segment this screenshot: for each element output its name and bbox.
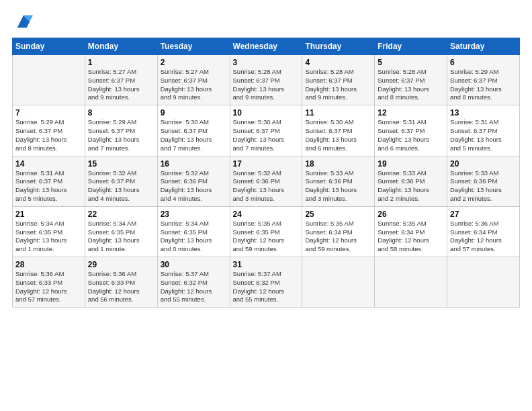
day-cell: 15Sunrise: 5:32 AMSunset: 6:37 PMDayligh… [85,156,157,206]
week-row-2: 7Sunrise: 5:29 AMSunset: 6:37 PMDaylight… [13,105,520,156]
day-number: 21 [15,210,82,219]
day-number: 4 [305,58,371,67]
day-detail: Sunrise: 5:32 AMSunset: 6:37 PMDaylight:… [88,169,154,203]
day-cell: 17Sunrise: 5:32 AMSunset: 6:36 PMDayligh… [230,156,302,206]
day-detail: Sunrise: 5:34 AMSunset: 6:35 PMDaylight:… [88,220,154,254]
day-cell: 28Sunrise: 5:36 AMSunset: 6:33 PMDayligh… [13,257,85,308]
day-cell: 27Sunrise: 5:36 AMSunset: 6:34 PMDayligh… [447,206,520,257]
header [12,12,520,31]
header-cell-thursday: Thursday [302,38,375,55]
calendar-table: SundayMondayTuesdayWednesdayThursdayFrid… [12,38,520,308]
day-number: 3 [233,58,300,67]
day-number: 28 [15,260,82,269]
day-number: 2 [161,58,227,67]
day-number: 23 [161,210,227,219]
day-number: 14 [15,159,82,169]
day-number: 7 [15,108,82,118]
header-cell-sunday: Sunday [13,38,85,55]
header-cell-tuesday: Tuesday [157,38,230,55]
day-detail: Sunrise: 5:36 AMSunset: 6:33 PMDaylight:… [88,270,154,304]
day-cell: 26Sunrise: 5:35 AMSunset: 6:34 PMDayligh… [375,206,447,257]
day-number: 24 [233,210,300,219]
day-detail: Sunrise: 5:37 AMSunset: 6:32 PMDaylight:… [233,270,300,304]
day-number: 26 [378,210,444,219]
day-number: 29 [88,260,154,269]
day-cell: 13Sunrise: 5:31 AMSunset: 6:37 PMDayligh… [447,105,520,156]
day-number: 1 [88,58,154,67]
day-cell: 25Sunrise: 5:35 AMSunset: 6:34 PMDayligh… [302,206,375,257]
day-number: 15 [88,159,154,169]
day-detail: Sunrise: 5:30 AMSunset: 6:37 PMDaylight:… [161,118,227,152]
day-detail: Sunrise: 5:28 AMSunset: 6:37 PMDaylight:… [233,68,300,102]
day-detail: Sunrise: 5:36 AMSunset: 6:33 PMDaylight:… [15,270,82,304]
day-cell: 9Sunrise: 5:30 AMSunset: 6:37 PMDaylight… [157,105,230,156]
day-number: 19 [378,159,444,169]
day-detail: Sunrise: 5:28 AMSunset: 6:37 PMDaylight:… [305,68,371,102]
day-detail: Sunrise: 5:37 AMSunset: 6:32 PMDaylight:… [161,270,227,304]
day-number: 13 [450,108,517,118]
day-number: 17 [233,159,300,169]
day-cell [13,55,85,105]
week-row-4: 21Sunrise: 5:34 AMSunset: 6:35 PMDayligh… [13,206,520,257]
page: SundayMondayTuesdayWednesdayThursdayFrid… [0,0,532,314]
week-row-3: 14Sunrise: 5:31 AMSunset: 6:37 PMDayligh… [13,156,520,206]
day-cell: 10Sunrise: 5:30 AMSunset: 6:37 PMDayligh… [230,105,302,156]
day-number: 18 [305,159,371,169]
day-number: 12 [378,108,444,118]
day-detail: Sunrise: 5:33 AMSunset: 6:36 PMDaylight:… [305,169,371,203]
day-cell: 7Sunrise: 5:29 AMSunset: 6:37 PMDaylight… [13,105,85,156]
header-row: SundayMondayTuesdayWednesdayThursdayFrid… [13,38,520,55]
week-row-1: 1Sunrise: 5:27 AMSunset: 6:37 PMDaylight… [13,55,520,105]
day-detail: Sunrise: 5:29 AMSunset: 6:37 PMDaylight:… [15,118,82,152]
day-detail: Sunrise: 5:28 AMSunset: 6:37 PMDaylight:… [378,68,444,102]
day-number: 5 [378,58,444,67]
day-cell: 22Sunrise: 5:34 AMSunset: 6:35 PMDayligh… [85,206,157,257]
day-cell: 6Sunrise: 5:29 AMSunset: 6:37 PMDaylight… [447,55,520,105]
logo-icon [14,12,33,31]
day-number: 6 [450,58,517,67]
logo [12,12,33,31]
day-cell: 21Sunrise: 5:34 AMSunset: 6:35 PMDayligh… [13,206,85,257]
day-number: 10 [233,108,300,118]
day-detail: Sunrise: 5:31 AMSunset: 6:37 PMDaylight:… [15,169,82,203]
day-detail: Sunrise: 5:36 AMSunset: 6:34 PMDaylight:… [450,220,517,254]
header-cell-saturday: Saturday [447,38,520,55]
day-detail: Sunrise: 5:33 AMSunset: 6:36 PMDaylight:… [450,169,517,203]
day-detail: Sunrise: 5:32 AMSunset: 6:36 PMDaylight:… [233,169,300,203]
day-detail: Sunrise: 5:34 AMSunset: 6:35 PMDaylight:… [161,220,227,254]
day-detail: Sunrise: 5:30 AMSunset: 6:37 PMDaylight:… [233,118,300,152]
day-number: 20 [450,159,517,169]
day-cell: 29Sunrise: 5:36 AMSunset: 6:33 PMDayligh… [85,257,157,308]
day-cell: 5Sunrise: 5:28 AMSunset: 6:37 PMDaylight… [375,55,447,105]
day-number: 31 [233,260,300,269]
day-detail: Sunrise: 5:27 AMSunset: 6:37 PMDaylight:… [161,68,227,102]
day-detail: Sunrise: 5:34 AMSunset: 6:35 PMDaylight:… [15,220,82,254]
day-number: 25 [305,210,371,219]
day-number: 11 [305,108,371,118]
day-cell: 16Sunrise: 5:32 AMSunset: 6:36 PMDayligh… [157,156,230,206]
day-detail: Sunrise: 5:33 AMSunset: 6:36 PMDaylight:… [378,169,444,203]
day-detail: Sunrise: 5:31 AMSunset: 6:37 PMDaylight:… [378,118,444,152]
day-cell: 19Sunrise: 5:33 AMSunset: 6:36 PMDayligh… [375,156,447,206]
day-cell: 1Sunrise: 5:27 AMSunset: 6:37 PMDaylight… [85,55,157,105]
day-cell: 2Sunrise: 5:27 AMSunset: 6:37 PMDaylight… [157,55,230,105]
day-cell: 12Sunrise: 5:31 AMSunset: 6:37 PMDayligh… [375,105,447,156]
day-detail: Sunrise: 5:35 AMSunset: 6:34 PMDaylight:… [378,220,444,254]
day-cell [447,257,520,308]
day-number: 9 [161,108,227,118]
day-number: 30 [161,260,227,269]
day-cell: 18Sunrise: 5:33 AMSunset: 6:36 PMDayligh… [302,156,375,206]
day-detail: Sunrise: 5:29 AMSunset: 6:37 PMDaylight:… [450,68,517,102]
day-cell: 23Sunrise: 5:34 AMSunset: 6:35 PMDayligh… [157,206,230,257]
header-cell-wednesday: Wednesday [230,38,302,55]
day-cell: 4Sunrise: 5:28 AMSunset: 6:37 PMDaylight… [302,55,375,105]
day-number: 16 [161,159,227,169]
day-cell: 20Sunrise: 5:33 AMSunset: 6:36 PMDayligh… [447,156,520,206]
header-cell-monday: Monday [85,38,157,55]
day-cell: 3Sunrise: 5:28 AMSunset: 6:37 PMDaylight… [230,55,302,105]
header-cell-friday: Friday [375,38,447,55]
day-detail: Sunrise: 5:29 AMSunset: 6:37 PMDaylight:… [88,118,154,152]
day-cell: 11Sunrise: 5:30 AMSunset: 6:37 PMDayligh… [302,105,375,156]
day-cell: 8Sunrise: 5:29 AMSunset: 6:37 PMDaylight… [85,105,157,156]
day-detail: Sunrise: 5:35 AMSunset: 6:34 PMDaylight:… [305,220,371,254]
